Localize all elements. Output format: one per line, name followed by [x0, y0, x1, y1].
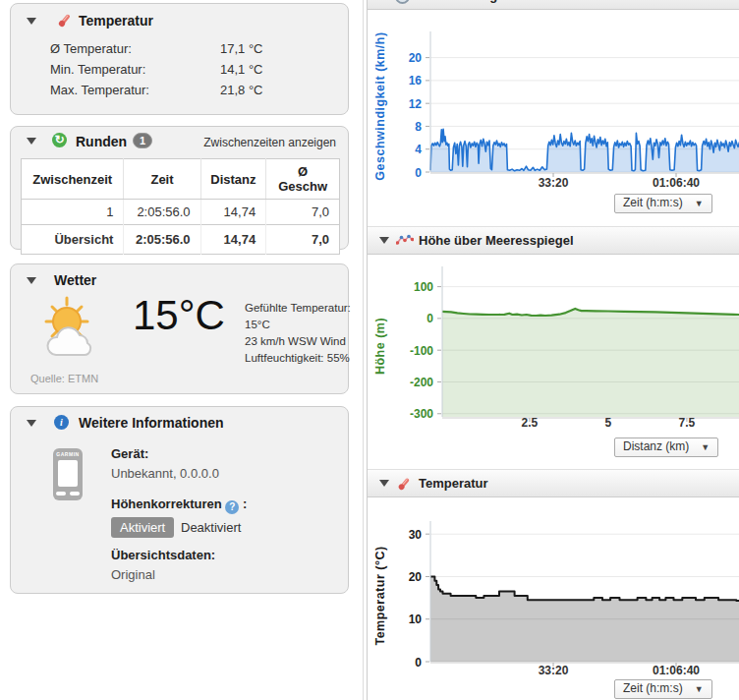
weather-details: Gefühlte Temperatur: 15°C 23 km/h WSW Wi…	[245, 300, 355, 367]
collapse-triangle[interactable]	[27, 277, 36, 284]
cell: 14,74	[200, 200, 266, 225]
collapse-triangle[interactable]	[27, 18, 36, 25]
stat-row: Ø Temperatur: 17,1 °C	[50, 41, 132, 56]
col-header: Zeit	[124, 159, 200, 200]
x-tick-label: 33:20	[539, 176, 569, 190]
stat-value: 14,1 °C	[220, 62, 263, 77]
y-tick-label: 30	[409, 528, 423, 542]
chevron-down-icon: ▼	[695, 684, 704, 694]
y-tick-label: -100	[410, 344, 433, 358]
chart-title: Zeitmessung	[419, 0, 497, 3]
y-tick-label: 16	[409, 74, 423, 88]
weather-source: Quelle: ETMN	[30, 373, 98, 384]
panel-temperature: Temperatur Ø Temperatur: 17,1 °C Min. Te…	[10, 3, 349, 115]
speed-chart-section: Zeitmessung 04812162033:2001:06:40Geschw…	[368, 0, 739, 225]
cell: 2:05:56.0	[124, 225, 200, 255]
x-tick-label: 2.5	[522, 416, 539, 430]
cell: 7,0	[266, 200, 340, 225]
col-header: Zwischenzeit	[22, 159, 124, 200]
speed-chart-header[interactable]: Zeitmessung	[368, 0, 739, 10]
elevation-chart-section: Höhe über Meeresspiegel 1000-100-200-300…	[368, 226, 739, 469]
y-axis-label: Höhe (m)	[373, 318, 387, 375]
temperature-chart: 010203033:2001:06:40Temperatur (°C)	[368, 496, 739, 700]
temperature-chart-section: Temperatur 010203033:2001:06:40Temperatu…	[368, 469, 739, 700]
cell: Übersicht	[22, 225, 124, 255]
charts-column: Zeitmessung 04812162033:2001:06:40Geschw…	[367, 0, 739, 700]
laps-header-row: Zwischenzeit Zeit Distanz Ø Geschw	[22, 159, 340, 200]
x-tick-label: 7.5	[679, 416, 696, 430]
chart-title: Temperatur	[419, 476, 488, 491]
stat-label: Max. Temperatur:	[50, 83, 149, 97]
collapse-triangle[interactable]	[27, 420, 36, 427]
temp-area	[430, 577, 739, 663]
temp-line	[430, 577, 739, 602]
panel-more-info: i Weitere Informationen GARMIN Gerät: Un…	[10, 406, 349, 594]
show-splits-link[interactable]: Zwischenzeiten anzeigen	[203, 136, 336, 149]
y-tick-label: 0	[415, 166, 422, 180]
stat-label: Ø Temperatur:	[50, 41, 132, 56]
overview-data-label: Übersichtsdaten:	[111, 548, 215, 562]
elevation-chart: 1000-100-200-3002.557.5Höhe (m)	[368, 254, 739, 462]
thermometer-icon	[56, 12, 73, 32]
collapse-triangle[interactable]	[379, 237, 389, 244]
elevation-chart-header[interactable]: Höhe über Meeresspiegel	[368, 226, 739, 255]
y-tick-label: 0	[415, 656, 422, 670]
x-tick-label: 33:20	[539, 664, 569, 677]
elevation-sparkline-icon	[396, 233, 414, 251]
x-axis-unit-select[interactable]: Zeit (h:m:s)▼	[614, 194, 712, 213]
device-label: Gerät:	[111, 446, 148, 461]
stat-row: Max. Temperatur: 21,8 °C	[50, 83, 149, 97]
temperature-chart-header[interactable]: Temperatur	[368, 469, 739, 497]
y-tick-label: 0	[426, 312, 433, 325]
cell: 14,74	[200, 225, 266, 255]
stat-label: Min. Temperatur:	[50, 62, 145, 77]
laps-table: Zwischenzeit Zeit Distanz Ø Geschw 1 2:0…	[21, 158, 340, 255]
panel-title: Wetter	[54, 272, 96, 288]
y-tick-label: -300	[410, 407, 433, 421]
help-icon[interactable]: ?	[225, 500, 239, 514]
panel-weather: Wetter 15°C Gefühlte Temperatur: 15°C 23…	[10, 263, 349, 394]
y-tick-label: 10	[409, 612, 423, 626]
x-axis-unit-select[interactable]: Distanz (km)▼	[614, 438, 718, 457]
device-value: Unbekannt, 0.0.0.0	[111, 466, 219, 481]
gps-device-icon: GARMIN	[53, 448, 83, 500]
cell: 7,0	[266, 225, 340, 255]
current-temperature: 15°C	[133, 292, 225, 339]
y-tick-label: 20	[409, 570, 423, 584]
info-icon: i	[54, 415, 69, 430]
column-divider[interactable]	[363, 0, 364, 700]
x-tick-label: 01:06:40	[653, 664, 700, 677]
stopwatch-icon	[395, 0, 410, 4]
lap-row: 1 2:05:56.0 14,74 7,0	[22, 200, 340, 225]
elevation-correction-disabled-button[interactable]: Deaktiviert	[179, 517, 243, 538]
stat-value: 21,8 °C	[220, 83, 263, 97]
collapse-triangle[interactable]	[379, 480, 389, 487]
feels-like-label: Gefühlte Temperatur:	[245, 302, 351, 314]
garmin-activity-page: { "left_panels": { "temperature": { "tit…	[0, 0, 739, 700]
cell: 1	[22, 200, 124, 225]
chart-title: Höhe über Meeresspiegel	[419, 233, 574, 248]
y-axis-label: Temperatur (°C)	[373, 546, 387, 645]
y-tick-label: 4	[415, 143, 422, 156]
sun-cloud-icon	[34, 296, 111, 367]
feels-like-value: 15°C	[245, 319, 270, 330]
y-tick-label: 8	[415, 120, 422, 134]
y-tick-label: 12	[409, 97, 423, 111]
lap-count-badge: 1	[133, 133, 152, 148]
thermometer-icon	[396, 476, 412, 496]
stat-value: 17,1 °C	[220, 41, 263, 56]
overview-data-value: Original	[111, 567, 155, 582]
x-axis-unit-select[interactable]: Zeit (h:m:s)▼	[614, 679, 712, 699]
x-tick-label: 5	[605, 416, 612, 430]
y-tick-label: -200	[410, 376, 433, 389]
wind-info: 23 km/h WSW Wind	[245, 335, 346, 347]
humidity-info: Luftfeuchtigkeit: 55%	[245, 352, 350, 364]
elevation-corrections-label: Höhenkorrekturen ? :	[111, 496, 247, 514]
panel-title: Weitere Informationen	[79, 415, 224, 431]
laps-refresh-icon: ↻	[52, 133, 67, 147]
y-tick-label: 20	[409, 51, 423, 65]
summary-row: Übersicht 2:05:56.0 14,74 7,0	[22, 225, 340, 255]
collapse-triangle[interactable]	[27, 138, 36, 145]
speed-chart: 04812162033:2001:06:40Geschwindigkeit (k…	[368, 0, 739, 225]
elevation-correction-enabled-button[interactable]: Aktiviert	[111, 517, 174, 538]
